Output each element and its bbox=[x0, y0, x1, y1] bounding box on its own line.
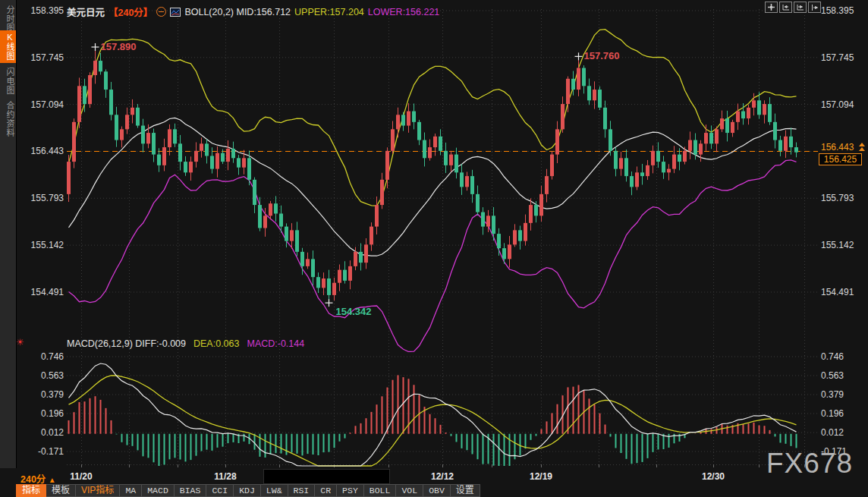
tool-button-MA[interactable]: MA bbox=[120, 484, 142, 497]
x-axis-date-label: 11/28 bbox=[214, 471, 236, 482]
bollinger-bands bbox=[69, 30, 797, 352]
chart-canvas: 157.890157.760154.342158.395158.395157.7… bbox=[0, 0, 868, 497]
chart-type-sidebar: 分时图K线图闪电图合约资料 bbox=[0, 0, 17, 468]
svg-text:0.012: 0.012 bbox=[41, 427, 64, 438]
svg-text:-0.171: -0.171 bbox=[38, 446, 64, 457]
reset-view-button[interactable] bbox=[808, 2, 821, 13]
svg-text:0.196: 0.196 bbox=[821, 408, 844, 419]
svg-text:155.142: 155.142 bbox=[821, 240, 854, 250]
boll-upper-value: UPPER:157.204 bbox=[294, 7, 364, 17]
svg-text:154.342: 154.342 bbox=[336, 306, 372, 317]
tool-button-VIP指标[interactable]: VIP指标 bbox=[76, 484, 120, 497]
chart-view-buttons bbox=[765, 2, 821, 13]
x-axis-date-label: 12/19 bbox=[530, 471, 552, 482]
price-annotations: 157.890157.760154.342 bbox=[92, 41, 620, 317]
price-up-arrows-icon bbox=[859, 142, 865, 152]
indicator-toolbar: 指标模板VIP指标MAMACDBIASCCIKDJLW&RSICRPSYBOLL… bbox=[16, 484, 480, 497]
indicator-chart-icon bbox=[170, 8, 181, 17]
grid-lines bbox=[67, 9, 818, 467]
h-scrollbar-thumb[interactable] bbox=[263, 469, 390, 484]
svg-text:154.491: 154.491 bbox=[31, 287, 64, 297]
svg-text:157.890: 157.890 bbox=[101, 41, 137, 52]
svg-text:155.793: 155.793 bbox=[31, 193, 64, 203]
symbol-title: 美元日元 bbox=[67, 5, 105, 19]
boll-params-label: BOLL(20,2) MID:156.712 bbox=[184, 7, 291, 17]
svg-text:0.196: 0.196 bbox=[41, 408, 64, 419]
svg-text:157.745: 157.745 bbox=[31, 52, 64, 63]
macd-diff-value: MACD(26,12,9) DIFF:-0.009 bbox=[67, 338, 186, 349]
x-axis-date-label: 11/20 bbox=[70, 471, 92, 482]
boll-mid-value: MID:156.712 bbox=[236, 7, 291, 17]
tool-button-CR[interactable]: CR bbox=[315, 484, 337, 497]
macd-panel bbox=[69, 363, 797, 466]
svg-text:0.379: 0.379 bbox=[41, 389, 64, 400]
tool-button-设置[interactable]: 设置 bbox=[451, 484, 480, 497]
x-axis-date-label: 12/30 bbox=[702, 471, 725, 482]
dropdown-arrow-icon: ▲ bbox=[49, 476, 56, 484]
tool-button-指标[interactable]: 指标 bbox=[16, 484, 46, 497]
svg-text:0.012: 0.012 bbox=[821, 427, 844, 438]
svg-text:157.745: 157.745 bbox=[821, 52, 854, 63]
period-title: 【240分】 bbox=[108, 5, 153, 19]
svg-text:155.793: 155.793 bbox=[821, 193, 854, 203]
macd-macd-value: MACD:-0.144 bbox=[247, 338, 304, 349]
last-price-badge: 156.425 bbox=[819, 153, 862, 165]
sidebar-tab-4[interactable]: 合约资料 bbox=[0, 99, 16, 140]
candlestick-series bbox=[67, 47, 798, 303]
svg-text:0.379: 0.379 bbox=[821, 389, 844, 400]
svg-text:155.142: 155.142 bbox=[31, 240, 64, 250]
svg-text:154.491: 154.491 bbox=[821, 287, 854, 297]
tool-button-KDJ[interactable]: KDJ bbox=[234, 484, 261, 497]
sidebar-tab-3[interactable]: 闪电图 bbox=[0, 65, 16, 97]
compress-x-button[interactable] bbox=[779, 2, 792, 13]
macd-alert-sun-icon: ☀ bbox=[16, 337, 24, 348]
tool-button-MACD[interactable]: MACD bbox=[142, 484, 175, 497]
crosshair-button[interactable] bbox=[765, 2, 778, 13]
tool-button-OBV[interactable]: OBV bbox=[423, 484, 451, 497]
collapse-period-icon[interactable] bbox=[156, 7, 166, 17]
chart-header: 美元日元 【240分】 BOLL(20,2) MID:156.712 UPPER… bbox=[67, 5, 439, 19]
tool-button-CCI[interactable]: CCI bbox=[206, 484, 234, 497]
sidebar-tab-2[interactable]: K线图 bbox=[0, 30, 16, 63]
expand-x-button[interactable] bbox=[794, 2, 807, 13]
boll-mid-line bbox=[69, 118, 797, 256]
tool-button-BIAS[interactable]: BIAS bbox=[175, 484, 207, 497]
svg-text:0.746: 0.746 bbox=[821, 351, 844, 362]
trading-app-window: 157.890157.760154.342158.395158.395157.7… bbox=[0, 0, 868, 497]
svg-text:0.563: 0.563 bbox=[41, 370, 64, 381]
macd-header: MACD(26,12,9) DIFF:-0.009 DEA:0.063 MACD… bbox=[67, 338, 304, 349]
svg-text:157.094: 157.094 bbox=[31, 99, 64, 110]
tool-button-PSY[interactable]: PSY bbox=[337, 484, 364, 497]
tool-button-模板[interactable]: 模板 bbox=[46, 484, 76, 497]
fx678-watermark: FX678 bbox=[766, 448, 853, 480]
svg-text:156.443: 156.443 bbox=[821, 142, 854, 153]
boll-lower-value: LOWER:156.221 bbox=[368, 7, 440, 17]
tool-button-LW&[interactable]: LW& bbox=[261, 484, 288, 497]
svg-text:158.395: 158.395 bbox=[821, 5, 854, 16]
x-axis-date-label: 12/12 bbox=[431, 471, 454, 482]
svg-text:0.563: 0.563 bbox=[821, 370, 844, 381]
svg-text:156.443: 156.443 bbox=[31, 146, 64, 156]
svg-text:0.746: 0.746 bbox=[41, 351, 64, 362]
svg-text:158.395: 158.395 bbox=[31, 5, 64, 16]
tool-button-VOL[interactable]: VOL bbox=[396, 484, 423, 497]
macd-diff-line bbox=[69, 363, 797, 466]
svg-text:157.094: 157.094 bbox=[821, 99, 854, 110]
svg-text:157.760: 157.760 bbox=[584, 50, 620, 61]
macd-dea-value: DEA:0.063 bbox=[193, 338, 239, 349]
tool-button-BOLL[interactable]: BOLL bbox=[364, 484, 397, 497]
tool-button-RSI[interactable]: RSI bbox=[288, 484, 316, 497]
